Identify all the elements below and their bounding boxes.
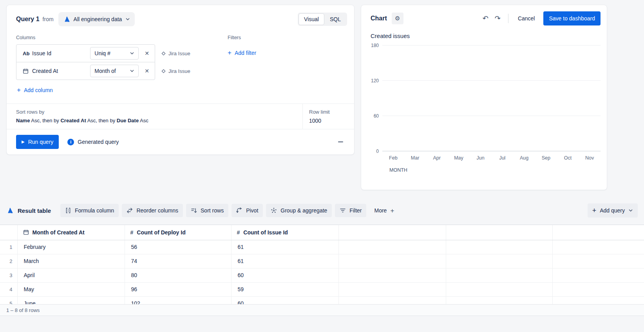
- more-button[interactable]: More +: [369, 204, 399, 218]
- plus-icon: +: [592, 207, 597, 214]
- table-cell[interactable]: May: [17, 282, 125, 296]
- aggregate-dropdown-issue-id[interactable]: Uniq #: [90, 47, 139, 60]
- column-header-deploy-count[interactable]: # Count of Deploy Id: [125, 225, 231, 240]
- bar-cell: [448, 95, 470, 151]
- column-source-label: Jira Issue: [168, 68, 190, 74]
- query-body: Columns Ab Issue Id Uniq # ✕ Jira Issue: [7, 29, 354, 93]
- undo-button[interactable]: ↶: [480, 13, 491, 24]
- table-cell[interactable]: June: [17, 296, 125, 304]
- play-icon: ▶: [22, 140, 25, 144]
- table-row: 4May9659: [0, 282, 644, 296]
- data-source-dropdown[interactable]: All engineering data: [58, 12, 135, 26]
- table-cell[interactable]: 61: [231, 254, 338, 268]
- chart-actions: ↶ ↷ Cancel Save to dashboard: [480, 11, 601, 25]
- visual-mode-tab[interactable]: Visual: [298, 13, 324, 25]
- table-cell[interactable]: 80: [125, 268, 231, 282]
- formula-column-button[interactable]: Formula column: [60, 204, 119, 217]
- column-header-month[interactable]: Month of Created At: [17, 225, 125, 240]
- table-cell[interactable]: February: [17, 240, 125, 254]
- table-cell[interactable]: 59: [231, 282, 338, 296]
- column-row-created-at: Created At Month of ✕ Jira Issue: [16, 62, 218, 80]
- table-cell[interactable]: 96: [125, 282, 231, 296]
- row-number: 5: [0, 296, 17, 304]
- save-to-dashboard-button[interactable]: Save to dashboard: [543, 11, 601, 25]
- sort-rows-button[interactable]: Sort rows: [186, 204, 228, 217]
- empty-cell: [446, 296, 552, 304]
- y-axis-label: 180: [371, 43, 379, 48]
- generated-query[interactable]: i Generated query: [67, 139, 119, 145]
- remove-column-button[interactable]: ✕: [145, 50, 149, 56]
- redo-button[interactable]: ↷: [492, 13, 503, 24]
- empty-cell: [552, 254, 644, 268]
- remove-column-button[interactable]: ✕: [145, 68, 149, 74]
- top-section: Query 1 from All engineering data Visual…: [0, 0, 644, 190]
- collapse-panel-button[interactable]: [337, 139, 344, 145]
- column-header-issue-count[interactable]: # Count of Issue Id: [231, 225, 338, 240]
- reorder-columns-icon: [127, 207, 133, 214]
- table-cell[interactable]: 102: [125, 296, 231, 304]
- aggregate-value: Uniq #: [94, 50, 110, 56]
- calendar-icon: [23, 229, 29, 235]
- table-row: 1February5661: [0, 240, 644, 254]
- filters-label: Filters: [228, 35, 256, 40]
- empty-column-header: [446, 225, 552, 240]
- atlassian-logo-icon: [63, 16, 70, 23]
- bar-cell: [513, 81, 535, 151]
- cancel-button[interactable]: Cancel: [513, 12, 540, 25]
- empty-cell: [446, 240, 552, 254]
- group-aggregate-button[interactable]: Group & aggregate: [266, 204, 332, 217]
- gear-icon: ⚙: [395, 15, 400, 22]
- hash-icon: #: [237, 229, 240, 236]
- query-builder-panel: Query 1 from All engineering data Visual…: [6, 5, 355, 155]
- row-number: 3: [0, 268, 17, 282]
- column-source-label: Jira Issue: [168, 51, 190, 56]
- table-cell[interactable]: 56: [125, 240, 231, 254]
- plus-icon: +: [390, 207, 394, 214]
- calendar-icon: [23, 68, 32, 74]
- formula-column-label: Formula column: [75, 207, 114, 214]
- sort-rows-by[interactable]: Sort rows by Name Asc, then by Created A…: [7, 104, 302, 129]
- plus-icon: +: [228, 49, 232, 56]
- table-cell[interactable]: 60: [231, 296, 338, 304]
- empty-cell: [552, 282, 644, 296]
- pivot-icon: [236, 207, 242, 214]
- table-cell[interactable]: March: [17, 254, 125, 268]
- x-axis-label: Mar: [404, 155, 426, 161]
- sort-rows-label: Sort rows: [201, 207, 224, 214]
- run-query-button[interactable]: ▶ Run query: [16, 135, 59, 149]
- sql-mode-tab[interactable]: SQL: [324, 13, 346, 25]
- table-cell[interactable]: 60: [231, 268, 338, 282]
- reorder-columns-button[interactable]: Reorder columns: [122, 204, 183, 217]
- column-pill-created-at[interactable]: Created At Month of ✕: [16, 62, 155, 80]
- add-query-button[interactable]: + Add query: [588, 203, 638, 218]
- info-icon: i: [67, 139, 74, 145]
- aggregate-dropdown-created-at[interactable]: Month of: [90, 65, 139, 77]
- x-axis-label: Nov: [579, 155, 601, 161]
- query-from-label: from: [43, 16, 54, 22]
- bar-cell: [404, 104, 426, 152]
- add-filter-button[interactable]: + Add filter: [228, 49, 256, 56]
- x-axis-label: Feb: [382, 155, 404, 161]
- filter-icon: [340, 207, 346, 214]
- table-cell[interactable]: 61: [231, 240, 338, 254]
- column-pill-issue-id[interactable]: Ab Issue Id Uniq # ✕: [16, 44, 155, 62]
- table-cell[interactable]: April: [17, 268, 125, 282]
- table-cell[interactable]: 74: [125, 254, 231, 268]
- data-source-label: All engineering data: [74, 16, 122, 22]
- empty-cell: [338, 296, 446, 304]
- empty-cell: [552, 240, 644, 254]
- undo-icon: ↶: [483, 15, 488, 22]
- pivot-button[interactable]: Pivot: [232, 204, 263, 217]
- add-column-button[interactable]: + Add column: [17, 87, 53, 93]
- row-limit[interactable]: Row limit 1000: [302, 104, 354, 129]
- chart-settings-button[interactable]: ⚙: [392, 13, 403, 24]
- jira-issue-icon: [161, 51, 166, 56]
- atlassian-logo-icon: [6, 207, 13, 214]
- filter-button[interactable]: Filter: [335, 204, 366, 217]
- minus-icon: [338, 142, 343, 142]
- query-header: Query 1 from All engineering data Visual…: [7, 5, 354, 29]
- bar-cell: [557, 62, 579, 152]
- x-axis-label: Oct: [557, 155, 579, 161]
- result-table: Month of Created At # Count of Deploy Id…: [0, 225, 644, 304]
- generated-query-label: Generated query: [78, 139, 119, 145]
